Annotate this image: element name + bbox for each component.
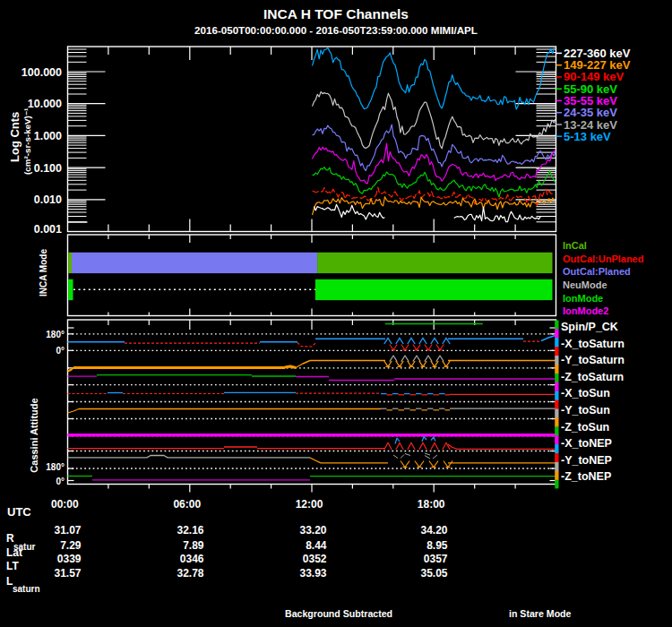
svg-text:0357: 0357 <box>424 553 448 565</box>
svg-text:33.20: 33.20 <box>299 524 326 537</box>
svg-text:INCA Mode: INCA Mode <box>39 249 48 296</box>
svg-text:IonMode2: IonMode2 <box>563 305 608 316</box>
svg-text:8.95: 8.95 <box>426 539 448 552</box>
svg-text:-Y_toSaturn: -Y_toSaturn <box>561 354 625 366</box>
svg-text:180°: 180° <box>46 462 65 472</box>
svg-text:33.93: 33.93 <box>299 567 326 580</box>
svg-text:18:00: 18:00 <box>418 498 445 511</box>
svg-text:Lat: Lat <box>6 546 22 559</box>
svg-text:-X_toNEP: -X_toNEP <box>561 437 612 450</box>
svg-text:7.29: 7.29 <box>60 539 82 552</box>
svg-text:34.20: 34.20 <box>420 524 447 537</box>
svg-text:-X_toSaturn: -X_toSaturn <box>561 338 625 350</box>
svg-text:OutCal:UnPlaned: OutCal:UnPlaned <box>563 253 643 264</box>
svg-text:0346: 0346 <box>180 553 204 565</box>
svg-text:35.05: 35.05 <box>420 567 447 580</box>
svg-text:OutCal:Planed: OutCal:Planed <box>563 266 631 277</box>
svg-text:31.57: 31.57 <box>54 567 81 580</box>
svg-text:-Y_toNEP: -Y_toNEP <box>561 454 612 467</box>
svg-text:NeuMode: NeuMode <box>563 279 607 290</box>
svg-text:INCA H TOF Channels: INCA H TOF Channels <box>263 6 409 21</box>
svg-text:0339: 0339 <box>57 553 82 565</box>
svg-text:31.07: 31.07 <box>54 524 81 537</box>
svg-text:(cm²-sr-s-keV)⁻¹: (cm²-sr-s-keV)⁻¹ <box>22 108 32 175</box>
svg-text:-X_toSun: -X_toSun <box>561 387 610 399</box>
svg-text:0.001: 0.001 <box>34 223 62 236</box>
svg-text:-Y_toSun: -Y_toSun <box>561 404 610 417</box>
svg-text:UTC: UTC <box>7 505 31 519</box>
svg-text:7.89: 7.89 <box>183 539 204 552</box>
svg-text:in Stare Mode: in Stare Mode <box>509 608 572 619</box>
svg-text:IonMode: IonMode <box>563 293 603 304</box>
svg-text:8.44: 8.44 <box>306 539 327 552</box>
svg-text:Cassini Attitude: Cassini Attitude <box>29 398 39 472</box>
svg-text:0.100: 0.100 <box>34 162 62 175</box>
svg-text:180°: 180° <box>46 330 65 339</box>
svg-text:0°: 0° <box>56 346 65 356</box>
svg-text:5-13 keV: 5-13 keV <box>564 130 611 143</box>
svg-text:-Z_toNEP: -Z_toNEP <box>561 470 611 483</box>
svg-text:32.78: 32.78 <box>177 567 203 580</box>
svg-text:Spin/P_CK: Spin/P_CK <box>561 321 618 333</box>
svg-text:-Z_toSaturn: -Z_toSaturn <box>561 371 624 383</box>
svg-text:Background Subtracted: Background Subtracted <box>285 608 392 619</box>
svg-text:1.000: 1.000 <box>34 130 62 142</box>
svg-text:06:00: 06:00 <box>173 498 201 511</box>
svg-text:10.000: 10.000 <box>28 98 62 110</box>
svg-text:00:00: 00:00 <box>51 498 79 511</box>
svg-text:32.16: 32.16 <box>177 524 203 537</box>
svg-text:0.010: 0.010 <box>34 193 62 206</box>
svg-text:100.000: 100.000 <box>22 66 62 79</box>
svg-text:-Z_toSun: -Z_toSun <box>561 421 609 434</box>
svg-text:12:00: 12:00 <box>296 498 323 511</box>
svg-text:saturn: saturn <box>13 584 40 594</box>
svg-text:LT: LT <box>6 560 19 572</box>
svg-text:0352: 0352 <box>303 553 327 565</box>
svg-text:0°: 0° <box>56 477 65 486</box>
svg-text:Log Cnts: Log Cnts <box>8 112 22 162</box>
svg-text:InCal: InCal <box>563 240 587 251</box>
svg-text:2016-050T00:00:00.000 - 2016-0: 2016-050T00:00:00.000 - 2016-050T23:59:0… <box>194 24 478 36</box>
